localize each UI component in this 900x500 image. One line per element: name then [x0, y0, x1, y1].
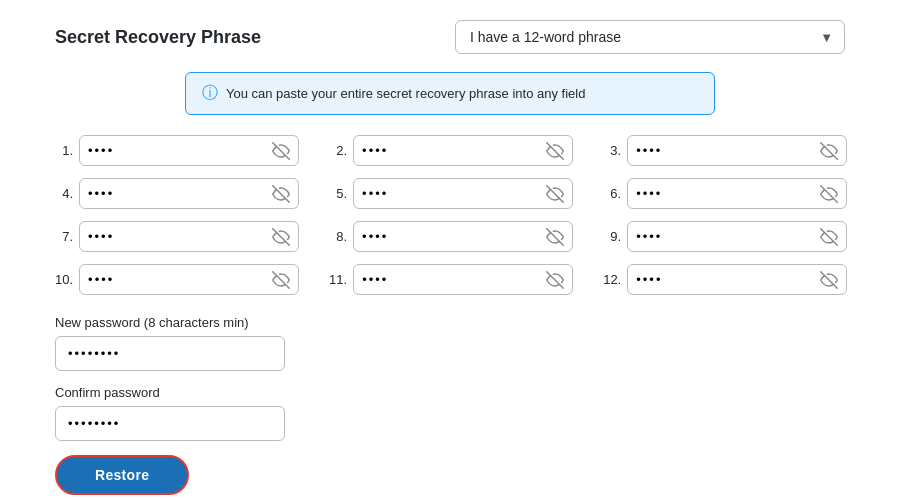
toggle-visibility-icon-9[interactable] [812, 228, 846, 246]
phrase-number: 9. [603, 229, 621, 244]
phrase-number: 6. [603, 186, 621, 201]
phrase-input-1[interactable] [80, 136, 264, 165]
phrase-input-6[interactable] [628, 179, 812, 208]
toggle-visibility-icon-7[interactable] [264, 228, 298, 246]
phrase-cell: 6. [603, 178, 847, 209]
phrase-input-wrapper [627, 178, 847, 209]
phrase-input-7[interactable] [80, 222, 264, 251]
phrase-number: 8. [329, 229, 347, 244]
phrase-input-9[interactable] [628, 222, 812, 251]
phrase-number: 10. [55, 272, 73, 287]
phrase-cell: 10. [55, 264, 299, 295]
restore-button[interactable]: Restore [55, 455, 189, 495]
phrase-number: 12. [603, 272, 621, 287]
phrase-input-5[interactable] [354, 179, 538, 208]
toggle-visibility-icon-4[interactable] [264, 185, 298, 203]
phrase-input-wrapper [79, 178, 299, 209]
phrase-number: 11. [329, 272, 347, 287]
info-banner-text: You can paste your entire secret recover… [226, 86, 585, 101]
toggle-visibility-icon-6[interactable] [812, 185, 846, 203]
phrase-cell: 5. [329, 178, 573, 209]
phrase-cell: 12. [603, 264, 847, 295]
phrase-input-wrapper [353, 221, 573, 252]
phrase-input-wrapper [627, 221, 847, 252]
toggle-visibility-icon-3[interactable] [812, 142, 846, 160]
phrase-number: 1. [55, 143, 73, 158]
toggle-visibility-icon-5[interactable] [538, 185, 572, 203]
toggle-visibility-icon-12[interactable] [812, 271, 846, 289]
phrase-input-10[interactable] [80, 265, 264, 294]
phrase-number: 2. [329, 143, 347, 158]
phrase-number: 3. [603, 143, 621, 158]
confirm-password-section: Confirm password [55, 385, 845, 441]
toggle-visibility-icon-2[interactable] [538, 142, 572, 160]
confirm-password-input[interactable] [55, 406, 285, 441]
new-password-label: New password (8 characters min) [55, 315, 845, 330]
new-password-input[interactable] [55, 336, 285, 371]
toggle-visibility-icon-11[interactable] [538, 271, 572, 289]
phrase-input-3[interactable] [628, 136, 812, 165]
info-icon: ⓘ [202, 83, 218, 104]
phrase-number: 5. [329, 186, 347, 201]
phrase-input-12[interactable] [628, 265, 812, 294]
phrase-cell: 3. [603, 135, 847, 166]
phrase-cell: 4. [55, 178, 299, 209]
phrase-cell: 9. [603, 221, 847, 252]
phrase-input-11[interactable] [354, 265, 538, 294]
new-password-section: New password (8 characters min) [55, 315, 845, 371]
phrase-input-wrapper [353, 264, 573, 295]
confirm-password-label: Confirm password [55, 385, 845, 400]
phrase-input-4[interactable] [80, 179, 264, 208]
phrase-input-wrapper [353, 178, 573, 209]
phrase-input-wrapper [353, 135, 573, 166]
toggle-visibility-icon-8[interactable] [538, 228, 572, 246]
toggle-visibility-icon-10[interactable] [264, 271, 298, 289]
phrase-input-wrapper [79, 264, 299, 295]
phrase-cell: 11. [329, 264, 573, 295]
phrase-cell: 2. [329, 135, 573, 166]
phrase-input-2[interactable] [354, 136, 538, 165]
phrase-number: 4. [55, 186, 73, 201]
phrase-type-dropdown-container: I have a 12-word phrase I have a 24-word… [455, 20, 845, 54]
phrase-cell: 7. [55, 221, 299, 252]
phrase-input-wrapper [79, 221, 299, 252]
page-title: Secret Recovery Phrase [55, 27, 261, 48]
phrase-cell: 8. [329, 221, 573, 252]
phrase-cell: 1. [55, 135, 299, 166]
toggle-visibility-icon-1[interactable] [264, 142, 298, 160]
phrase-number: 7. [55, 229, 73, 244]
phrase-type-select[interactable]: I have a 12-word phrase I have a 24-word… [455, 20, 845, 54]
phrase-input-wrapper [79, 135, 299, 166]
phrase-input-wrapper [627, 264, 847, 295]
phrase-grid: 1.2.3.4.5.6.7.8.9.10.11.12. [55, 135, 845, 295]
phrase-input-8[interactable] [354, 222, 538, 251]
phrase-input-wrapper [627, 135, 847, 166]
info-banner: ⓘ You can paste your entire secret recov… [185, 72, 715, 115]
